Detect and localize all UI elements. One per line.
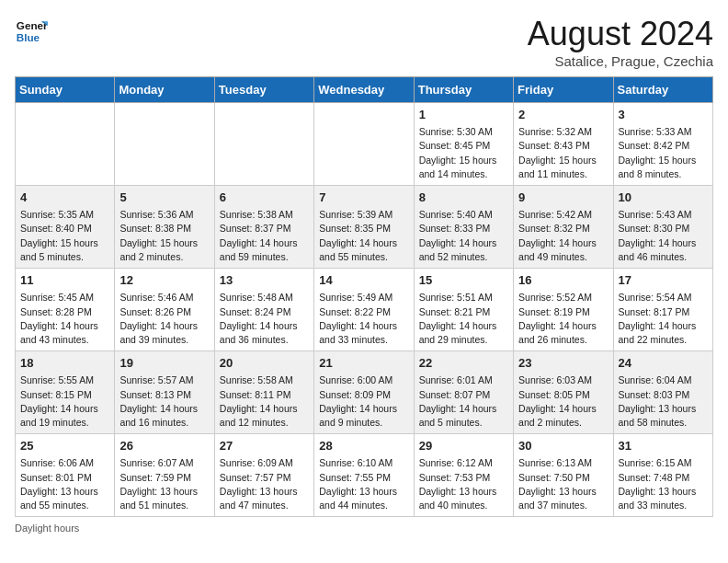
day-cell-4-6: 23Sunrise: 6:03 AM Sunset: 8:05 PM Dayli… [514, 351, 613, 434]
day-cell-2-2: 5Sunrise: 5:36 AM Sunset: 8:38 PM Daylig… [115, 186, 214, 269]
day-cell-1-6: 2Sunrise: 5:32 AM Sunset: 8:43 PM Daylig… [514, 103, 613, 186]
day-number: 8 [419, 190, 508, 206]
day-cell-2-4: 7Sunrise: 5:39 AM Sunset: 8:35 PM Daylig… [314, 186, 414, 269]
day-info: Sunrise: 5:36 AM Sunset: 8:38 PM Dayligh… [119, 208, 209, 264]
day-number: 7 [319, 190, 408, 206]
weekday-header-row: SundayMondayTuesdayWednesdayThursdayFrid… [16, 77, 713, 103]
day-cell-1-2 [115, 103, 214, 186]
day-cell-3-7: 17Sunrise: 5:54 AM Sunset: 8:17 PM Dayli… [613, 269, 712, 351]
week-row-5: 25Sunrise: 6:06 AM Sunset: 8:01 PM Dayli… [16, 434, 713, 517]
weekday-header-wednesday: Wednesday [314, 77, 414, 103]
day-number: 26 [119, 438, 209, 454]
page-header: General Blue August 2024 Satalice, Pragu… [15, 15, 713, 69]
day-info: Sunrise: 5:30 AM Sunset: 8:45 PM Dayligh… [419, 125, 508, 181]
day-info: Sunrise: 5:45 AM Sunset: 8:28 PM Dayligh… [20, 291, 109, 347]
day-cell-2-1: 4Sunrise: 5:35 AM Sunset: 8:40 PM Daylig… [16, 186, 115, 269]
day-number: 28 [319, 438, 408, 454]
day-cell-2-3: 6Sunrise: 5:38 AM Sunset: 8:37 PM Daylig… [214, 186, 313, 269]
day-number: 24 [619, 355, 708, 372]
day-cell-5-5: 29Sunrise: 6:12 AM Sunset: 7:53 PM Dayli… [414, 434, 513, 517]
day-info: Sunrise: 6:01 AM Sunset: 8:07 PM Dayligh… [419, 373, 508, 430]
day-cell-4-5: 22Sunrise: 6:01 AM Sunset: 8:07 PM Dayli… [414, 351, 513, 434]
day-info: Sunrise: 5:49 AM Sunset: 8:22 PM Dayligh… [319, 291, 408, 347]
day-cell-4-2: 19Sunrise: 5:57 AM Sunset: 8:13 PM Dayli… [115, 351, 214, 434]
day-cell-3-2: 12Sunrise: 5:46 AM Sunset: 8:26 PM Dayli… [115, 269, 214, 351]
day-cell-4-7: 24Sunrise: 6:04 AM Sunset: 8:03 PM Dayli… [613, 351, 712, 434]
svg-text:Blue: Blue [17, 31, 40, 43]
day-info: Sunrise: 5:48 AM Sunset: 8:24 PM Dayligh… [220, 291, 309, 347]
day-number: 3 [619, 107, 708, 123]
day-cell-1-7: 3Sunrise: 5:33 AM Sunset: 8:42 PM Daylig… [613, 103, 712, 186]
month-title: August 2024 [528, 15, 713, 53]
calendar-table: SundayMondayTuesdayWednesdayThursdayFrid… [15, 76, 713, 517]
day-info: Sunrise: 5:55 AM Sunset: 8:15 PM Dayligh… [20, 373, 109, 430]
day-info: Sunrise: 6:00 AM Sunset: 8:09 PM Dayligh… [319, 373, 408, 430]
week-row-3: 11Sunrise: 5:45 AM Sunset: 8:28 PM Dayli… [16, 269, 713, 351]
day-number: 15 [419, 272, 508, 289]
day-info: Sunrise: 6:04 AM Sunset: 8:03 PM Dayligh… [619, 373, 708, 430]
day-info: Sunrise: 5:42 AM Sunset: 8:32 PM Dayligh… [518, 208, 608, 264]
day-cell-2-7: 10Sunrise: 5:43 AM Sunset: 8:30 PM Dayli… [613, 186, 712, 269]
day-number: 17 [619, 272, 708, 289]
day-info: Sunrise: 6:10 AM Sunset: 7:55 PM Dayligh… [319, 456, 408, 512]
day-number: 1 [419, 107, 508, 123]
day-cell-3-3: 13Sunrise: 5:48 AM Sunset: 8:24 PM Dayli… [214, 269, 313, 351]
day-number: 12 [119, 272, 209, 289]
day-number: 2 [518, 107, 608, 123]
day-cell-1-3 [214, 103, 313, 186]
day-number: 16 [518, 272, 608, 289]
day-number: 6 [220, 190, 309, 206]
day-cell-4-4: 21Sunrise: 6:00 AM Sunset: 8:09 PM Dayli… [314, 351, 414, 434]
day-number: 29 [419, 438, 508, 454]
day-cell-2-6: 9Sunrise: 5:42 AM Sunset: 8:32 PM Daylig… [514, 186, 613, 269]
day-number: 20 [220, 355, 309, 372]
day-cell-5-4: 28Sunrise: 6:10 AM Sunset: 7:55 PM Dayli… [314, 434, 414, 517]
day-info: Sunrise: 5:54 AM Sunset: 8:17 PM Dayligh… [619, 291, 708, 347]
day-cell-3-1: 11Sunrise: 5:45 AM Sunset: 8:28 PM Dayli… [16, 269, 115, 351]
day-cell-1-4 [314, 103, 414, 186]
day-number: 10 [619, 190, 708, 206]
day-info: Sunrise: 5:51 AM Sunset: 8:21 PM Dayligh… [419, 291, 508, 347]
logo-icon: General Blue [15, 15, 48, 48]
title-block: August 2024 Satalice, Prague, Czechia [528, 15, 713, 69]
day-cell-5-7: 31Sunrise: 6:15 AM Sunset: 7:48 PM Dayli… [613, 434, 712, 517]
day-info: Sunrise: 6:15 AM Sunset: 7:48 PM Dayligh… [619, 456, 708, 512]
day-cell-4-3: 20Sunrise: 5:58 AM Sunset: 8:11 PM Dayli… [214, 351, 313, 434]
weekday-header-monday: Monday [115, 77, 214, 103]
day-info: Sunrise: 6:06 AM Sunset: 8:01 PM Dayligh… [20, 456, 109, 512]
day-info: Sunrise: 6:13 AM Sunset: 7:50 PM Dayligh… [518, 456, 608, 512]
day-cell-5-1: 25Sunrise: 6:06 AM Sunset: 8:01 PM Dayli… [16, 434, 115, 517]
day-cell-5-2: 26Sunrise: 6:07 AM Sunset: 7:59 PM Dayli… [115, 434, 214, 517]
week-row-4: 18Sunrise: 5:55 AM Sunset: 8:15 PM Dayli… [16, 351, 713, 434]
weekday-header-friday: Friday [514, 77, 613, 103]
day-cell-3-6: 16Sunrise: 5:52 AM Sunset: 8:19 PM Dayli… [514, 269, 613, 351]
day-number: 14 [319, 272, 408, 289]
day-cell-3-4: 14Sunrise: 5:49 AM Sunset: 8:22 PM Dayli… [314, 269, 414, 351]
day-number: 23 [518, 355, 608, 372]
week-row-2: 4Sunrise: 5:35 AM Sunset: 8:40 PM Daylig… [16, 186, 713, 269]
day-cell-2-5: 8Sunrise: 5:40 AM Sunset: 8:33 PM Daylig… [414, 186, 513, 269]
day-cell-5-3: 27Sunrise: 6:09 AM Sunset: 7:57 PM Dayli… [214, 434, 313, 517]
day-number: 18 [20, 355, 109, 372]
day-number: 21 [319, 355, 408, 372]
weekday-header-tuesday: Tuesday [214, 77, 313, 103]
day-number: 4 [20, 190, 109, 206]
day-cell-3-5: 15Sunrise: 5:51 AM Sunset: 8:21 PM Dayli… [414, 269, 513, 351]
day-cell-1-1 [16, 103, 115, 186]
day-number: 19 [119, 355, 209, 372]
day-number: 13 [220, 272, 309, 289]
footer-note: Daylight hours [15, 523, 713, 534]
day-number: 30 [518, 438, 608, 454]
day-info: Sunrise: 6:03 AM Sunset: 8:05 PM Dayligh… [518, 373, 608, 430]
day-number: 31 [619, 438, 708, 454]
weekday-header-saturday: Saturday [613, 77, 712, 103]
weekday-header-sunday: Sunday [16, 77, 115, 103]
day-info: Sunrise: 5:40 AM Sunset: 8:33 PM Dayligh… [419, 208, 508, 264]
day-info: Sunrise: 6:07 AM Sunset: 7:59 PM Dayligh… [119, 456, 209, 512]
week-row-1: 1Sunrise: 5:30 AM Sunset: 8:45 PM Daylig… [16, 103, 713, 186]
day-info: Sunrise: 5:58 AM Sunset: 8:11 PM Dayligh… [220, 373, 309, 430]
day-cell-4-1: 18Sunrise: 5:55 AM Sunset: 8:15 PM Dayli… [16, 351, 115, 434]
day-cell-1-5: 1Sunrise: 5:30 AM Sunset: 8:45 PM Daylig… [414, 103, 513, 186]
day-number: 22 [419, 355, 508, 372]
day-number: 9 [518, 190, 608, 206]
